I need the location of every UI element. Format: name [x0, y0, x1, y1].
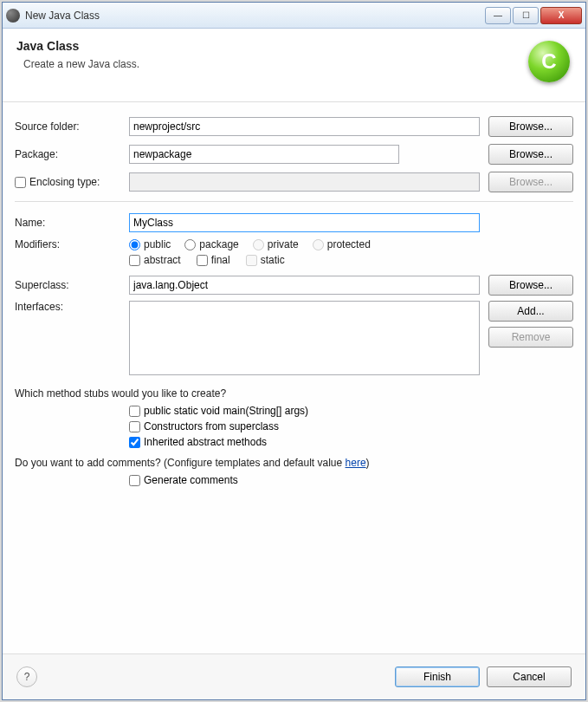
- help-icon[interactable]: ?: [16, 666, 37, 687]
- static-checkbox: [246, 255, 257, 266]
- name-label: Name:: [15, 217, 129, 229]
- app-icon: [6, 9, 20, 23]
- private-radio: [253, 239, 264, 250]
- cancel-button[interactable]: Cancel: [487, 666, 572, 687]
- interfaces-list[interactable]: [129, 301, 480, 375]
- dialog-subtitle: Create a new Java class.: [23, 58, 572, 70]
- close-button[interactable]: X: [540, 7, 582, 24]
- browse-source-button[interactable]: Browse...: [488, 116, 573, 137]
- superclass-label: Superclass:: [15, 279, 129, 291]
- maximize-button[interactable]: ☐: [513, 7, 539, 24]
- generate-comments-checkbox[interactable]: [129, 475, 140, 486]
- modifiers-label: Modifiers:: [15, 238, 129, 250]
- add-interface-button[interactable]: Add...: [488, 301, 573, 322]
- browse-package-button[interactable]: Browse...: [488, 144, 573, 165]
- constructors-checkbox[interactable]: [129, 421, 140, 432]
- package-input[interactable]: [129, 145, 399, 164]
- public-radio[interactable]: [129, 239, 140, 250]
- browse-enclosing-button: Browse...: [488, 172, 573, 192]
- remove-interface-button: Remove: [488, 327, 573, 348]
- enclosing-type-label: Enclosing type:: [29, 176, 100, 188]
- enclosing-type-input: [129, 172, 480, 192]
- window-title: New Java Class: [25, 10, 483, 22]
- protected-radio: [313, 239, 324, 250]
- source-folder-label: Source folder:: [15, 120, 129, 133]
- minimize-button[interactable]: —: [485, 7, 511, 24]
- dialog-header: Java Class Create a new Java class. C: [3, 29, 585, 102]
- abstract-checkbox[interactable]: [129, 255, 140, 266]
- configure-templates-link[interactable]: here: [346, 457, 366, 469]
- interfaces-label: Interfaces:: [15, 301, 129, 313]
- separator-1: [15, 201, 573, 202]
- main-method-checkbox[interactable]: [129, 406, 140, 417]
- dialog-title: Java Class: [16, 39, 572, 53]
- package-radio[interactable]: [184, 239, 196, 250]
- name-input[interactable]: [129, 213, 480, 232]
- enclosing-type-checkbox[interactable]: [15, 177, 26, 188]
- comments-question: Do you want to add comments? (Configure …: [15, 457, 573, 469]
- class-icon: C: [528, 41, 570, 82]
- final-checkbox[interactable]: [197, 255, 208, 266]
- inherited-checkbox[interactable]: [129, 437, 140, 448]
- titlebar: New Java Class — ☐ X: [3, 3, 585, 29]
- package-label: Package:: [15, 148, 129, 160]
- browse-superclass-button[interactable]: Browse...: [488, 275, 573, 296]
- stubs-question: Which method stubs would you like to cre…: [15, 387, 573, 400]
- superclass-input[interactable]: [129, 276, 480, 295]
- source-folder-input[interactable]: [129, 117, 480, 136]
- finish-button[interactable]: Finish: [395, 666, 480, 687]
